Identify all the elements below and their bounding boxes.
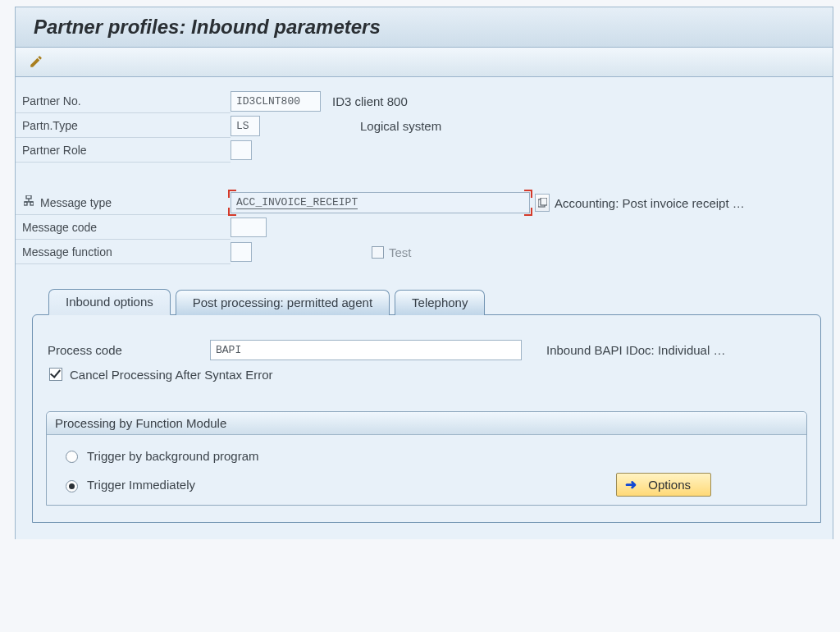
tab-strip: Inbound options Post processing: permitt… xyxy=(48,289,815,315)
test-checkbox[interactable] xyxy=(372,246,384,259)
svg-rect-0 xyxy=(26,195,31,199)
label-trigger-background: Trigger by background program xyxy=(87,449,259,463)
field-process-code[interactable]: BAPI xyxy=(210,340,522,360)
toolbar xyxy=(16,48,833,77)
svg-rect-4 xyxy=(30,202,34,205)
arrow-right-icon: ➜ xyxy=(625,476,637,493)
group-title: Processing by Function Module xyxy=(47,412,806,435)
row-cancel-after-syntax: Cancel Processing After Syntax Error xyxy=(46,365,807,383)
field-partner-role[interactable] xyxy=(231,140,252,160)
test-label: Test xyxy=(389,245,412,259)
tab-inbound-options[interactable]: Inbound options xyxy=(48,289,171,315)
row-partner-role: Partner Role xyxy=(16,138,833,163)
svg-rect-6 xyxy=(541,198,547,205)
hierarchy-icon xyxy=(22,195,35,209)
tab-telephony[interactable]: Telephony xyxy=(395,290,485,315)
row-message-code: Message code xyxy=(16,215,833,240)
field-partner-no[interactable]: ID3CLNT800 xyxy=(231,91,321,112)
desc-partner-no: ID3 client 800 xyxy=(332,94,408,108)
label-process-code: Process code xyxy=(46,343,210,357)
value-help-button[interactable] xyxy=(535,194,550,212)
field-message-function[interactable] xyxy=(231,242,252,262)
options-button[interactable]: ➜ Options xyxy=(616,473,711,497)
edit-icon[interactable] xyxy=(27,53,45,71)
radio-trigger-immediately[interactable] xyxy=(66,480,78,492)
desc-partn-type: Logical system xyxy=(360,119,441,133)
field-partn-type[interactable]: LS xyxy=(231,116,260,136)
tab-panel-inbound: Process code BAPI Inbound BAPI IDoc: Ind… xyxy=(32,314,821,523)
cancel-after-syntax-checkbox[interactable] xyxy=(49,368,62,381)
row-partner-no: Partner No. ID3CLNT800 ID3 client 800 xyxy=(16,89,833,113)
tab-post-processing[interactable]: Post processing: permitted agent xyxy=(176,290,390,315)
group-processing-by-fm: Processing by Function Module Trigger by… xyxy=(46,411,807,506)
row-message-function: Message function Test xyxy=(16,240,833,264)
label-message-function: Message function xyxy=(16,240,231,264)
label-message-code: Message code xyxy=(16,215,231,240)
row-partn-type: Partn.Type LS Logical system xyxy=(16,113,833,138)
field-message-type[interactable]: ACC_INVOICE_RECEIPT xyxy=(231,192,530,213)
label-partn-type: Partn.Type xyxy=(16,113,231,138)
field-message-code[interactable] xyxy=(231,218,267,237)
label-message-type: Message type xyxy=(16,190,231,215)
page-title-bar: Partner profiles: Inbound parameters xyxy=(16,7,833,48)
page-title: Partner profiles: Inbound parameters xyxy=(34,16,815,39)
radio-trigger-background[interactable] xyxy=(66,451,78,463)
label-partner-no: Partner No. xyxy=(16,89,231,113)
desc-message-type: Accounting: Post invoice receipt … xyxy=(555,196,745,210)
desc-process-code: Inbound BAPI IDoc: Individual … xyxy=(546,343,725,357)
label-cancel-after-syntax: Cancel Processing After Syntax Error xyxy=(70,368,273,382)
options-button-label: Options xyxy=(648,478,691,492)
label-partner-role: Partner Role xyxy=(16,138,231,163)
svg-rect-3 xyxy=(24,202,27,205)
row-message-type: Message type ACC_INVOICE_RECEIPT Account… xyxy=(16,190,833,215)
row-process-code: Process code BAPI Inbound BAPI IDoc: Ind… xyxy=(46,340,807,360)
label-trigger-immediately: Trigger Immediately xyxy=(87,478,195,492)
